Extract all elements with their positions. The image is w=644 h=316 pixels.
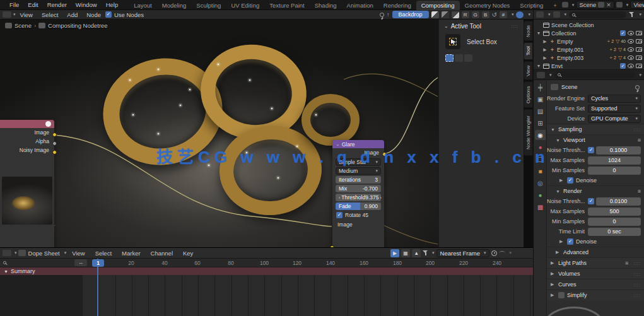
preset-icon[interactable]: ≡ xyxy=(625,260,628,266)
simplify-checkbox[interactable]: ✓ xyxy=(558,292,565,298)
disclosure-icon[interactable]: ▶ xyxy=(542,47,547,52)
tab-uv-editing[interactable]: UV Editing xyxy=(226,1,264,10)
menu-view[interactable]: View xyxy=(16,11,37,18)
tab-viewlayer-properties[interactable]: ⊞ xyxy=(535,118,546,128)
display-mode-icon[interactable] xyxy=(553,11,560,18)
scene-browse-icon[interactable] xyxy=(562,2,568,8)
green-channel-button[interactable]: G xyxy=(472,11,479,18)
light-paths-section-header[interactable]: ▶Light Paths ≡:::: xyxy=(547,257,644,268)
render-subsection-header[interactable]: ▼Render ≡ xyxy=(547,185,644,196)
menu-help[interactable]: Help xyxy=(102,1,123,8)
panel-drag-icon[interactable]: :::: xyxy=(511,24,518,28)
render-layers-node-header[interactable] xyxy=(0,120,54,128)
sidebar-tab-tool[interactable]: Tool xyxy=(524,42,533,60)
alpha-channel-icon[interactable] xyxy=(442,11,449,18)
hide-eye-icon[interactable] xyxy=(628,39,634,44)
add-workspace-button[interactable]: + xyxy=(548,1,562,10)
outliner-row-empty[interactable]: ▶+ Empty +2 ▽40 xyxy=(534,37,644,45)
denoise-checkbox[interactable]: ✓ xyxy=(567,238,573,245)
sidebar-tab-options[interactable]: Options xyxy=(524,81,533,108)
go-parent-icon[interactable]: ↑ xyxy=(387,11,390,18)
properties-search-input[interactable] xyxy=(554,71,635,78)
menu-render[interactable]: Render xyxy=(43,1,71,8)
volumes-section-header[interactable]: ▶Volumes :::: xyxy=(547,268,644,279)
hide-eye-icon[interactable] xyxy=(628,56,634,60)
disclosure-icon[interactable]: ▼ xyxy=(536,31,541,35)
tab-shading[interactable]: Shading xyxy=(310,1,342,10)
tab-animation[interactable]: Animation xyxy=(342,1,378,10)
menu-select[interactable]: Select xyxy=(37,11,62,18)
render-visibility-icon[interactable] xyxy=(636,64,642,68)
noisy-image-output-socket[interactable] xyxy=(52,150,57,155)
current-frame-badge[interactable]: 1 xyxy=(92,259,104,267)
noise-threshold-checkbox[interactable]: ✓ xyxy=(588,198,594,204)
editor-type-icon[interactable] xyxy=(3,250,11,256)
hide-eye-icon[interactable] xyxy=(628,64,634,68)
increment-arrow-icon[interactable]: › xyxy=(380,196,381,200)
outliner-search-input[interactable] xyxy=(569,11,626,18)
rgba-channel-icon[interactable] xyxy=(452,11,459,18)
disclosure-icon[interactable]: ▼ xyxy=(536,64,541,68)
tab-texture-paint[interactable]: Texture Paint xyxy=(264,1,309,10)
compositor-node-editor[interactable]: Image Alpha Noisy Image ⌄ Glare Image Si… xyxy=(0,20,533,247)
feature-set-dropdown[interactable]: Supported▾ xyxy=(588,105,641,113)
outliner-row-envt[interactable]: ▼ Envt ✓ xyxy=(534,62,644,70)
tab-scene-properties[interactable]: ◉ xyxy=(535,130,546,140)
ghost-frames-icon[interactable]: ▦ xyxy=(401,249,410,257)
tab-output-properties[interactable]: ▤ xyxy=(535,106,546,116)
rotate-45-checkbox[interactable]: ✓ xyxy=(336,212,342,218)
search-icon[interactable] xyxy=(3,261,6,264)
show-errors-icon[interactable]: ▲ xyxy=(412,249,421,257)
tab-layout[interactable]: Layout xyxy=(129,1,157,10)
color-channel-icon[interactable] xyxy=(431,11,439,18)
advanced-section-header[interactable]: ▶Advanced xyxy=(547,247,644,257)
exclude-checkbox[interactable]: ✓ xyxy=(620,30,626,36)
simplify-section-header[interactable]: ▶✓ Simplify :::: xyxy=(547,290,644,300)
snapping-icon[interactable]: # xyxy=(500,11,507,18)
scroll-handle-icon[interactable]: ↔ xyxy=(74,259,87,266)
tab-scripting[interactable]: Scripting xyxy=(515,1,548,10)
tab-data-properties[interactable]: ◎ xyxy=(535,178,546,188)
proportional-edit-icon[interactable] xyxy=(491,250,497,256)
noise-threshold-value[interactable]: 0.0100 xyxy=(596,197,641,206)
falloff-curve-icon[interactable] xyxy=(499,251,505,255)
tab-compositing[interactable]: Compositing xyxy=(416,1,460,10)
blue-channel-button[interactable]: B xyxy=(482,11,489,18)
menu-window[interactable]: Window xyxy=(71,1,102,8)
filter-icon[interactable] xyxy=(629,12,635,17)
editor-type-icon[interactable] xyxy=(3,11,11,18)
playhead[interactable] xyxy=(97,259,98,316)
red-channel-button[interactable]: R xyxy=(462,11,469,18)
use-nodes-checkbox[interactable]: ✓ xyxy=(105,11,112,18)
render-visibility-icon[interactable] xyxy=(636,56,642,60)
viewport-denoise-row[interactable]: ▶✓ Denoise xyxy=(547,175,644,185)
viewlayer-selector[interactable]: ViewLayer ✕ xyxy=(630,1,644,9)
tab-sculpting[interactable]: Sculpting xyxy=(191,1,226,10)
exclude-checkbox[interactable]: ✓ xyxy=(620,63,626,69)
tab-texture-properties[interactable]: ▩ xyxy=(535,202,546,212)
tab-object-properties[interactable]: ■ xyxy=(535,166,546,176)
render-visibility-icon[interactable] xyxy=(636,31,642,35)
outliner-row-scene-collection[interactable]: Scene Collection xyxy=(534,21,644,29)
render-engine-dropdown[interactable]: Cycles▾ xyxy=(588,95,641,103)
expand-icon[interactable]: ▼ xyxy=(4,269,8,274)
summary-channel-row[interactable]: ▼ Summary xyxy=(0,267,533,275)
time-limit-value[interactable]: 0 sec xyxy=(588,228,641,236)
tab-rendering[interactable]: Rendering xyxy=(378,1,416,10)
overlay-sphere-icon[interactable] xyxy=(516,11,524,18)
disclosure-icon[interactable]: ▶ xyxy=(542,56,547,61)
preset-icon[interactable]: ≡ xyxy=(638,188,641,194)
max-samples-value[interactable]: 500 xyxy=(588,208,641,216)
menu-edit[interactable]: Edit xyxy=(23,1,42,8)
backdrop-button[interactable]: Backdrop xyxy=(392,11,429,18)
alpha-output-socket[interactable] xyxy=(52,141,57,146)
render-visibility-icon[interactable] xyxy=(636,39,642,44)
curves-section-header[interactable]: ▶Curves :::: xyxy=(547,279,644,290)
menu-marker[interactable]: Marker xyxy=(117,250,145,257)
glare-quality-dropdown[interactable]: Medium▾ xyxy=(336,167,381,175)
timeline-ruler[interactable]: ↔ 20 40 60 80 100 120 140 160 180 200 22… xyxy=(0,259,533,267)
device-dropdown[interactable]: GPU Compute▾ xyxy=(588,115,641,123)
min-samples-value[interactable]: 0 xyxy=(588,167,641,175)
menu-select[interactable]: Select xyxy=(91,250,116,257)
denoise-checkbox[interactable]: ✓ xyxy=(567,177,573,184)
